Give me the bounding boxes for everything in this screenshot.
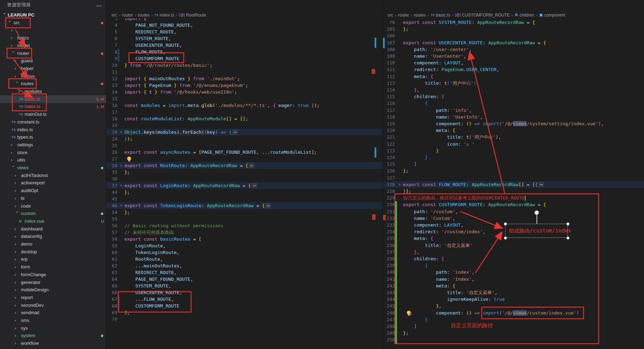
code-line-64[interactable]: 64 PAGE_NOT_FOUND_ROUTE, [106,276,383,283]
code-line-59[interactable]: 59 LoginRoute, [106,242,383,249]
code-line-249[interactable]: 249}; [383,330,644,336]
tree-item-code[interactable]: ›code [0,202,106,210]
tree-item-modules[interactable]: ›modules [0,88,106,95]
code-line-105[interactable]: 105}; [383,26,644,32]
tree-item-auditOpt[interactable]: ›auditOpt [0,187,106,195]
breadcrumb-item[interactable]: index.ts [160,13,174,18]
tree-item-actHiTaskinst[interactable]: ›actHiTaskinst [0,172,106,179]
code-line-119[interactable]: 119 component: () => import('/@/views/sy… [383,120,644,127]
code-line-66[interactable]: 66 USERCENTER_ROUTE, [106,289,383,296]
code-line-126[interactable]: 126}; [383,167,644,174]
code-line-120[interactable]: 120 meta: { [383,127,644,134]
code-line-107[interactable]: 107export const USERCENTER_ROUTE: AppRou… [383,39,644,46]
tree-item-sys[interactable]: ›sys [0,324,106,332]
tree-item-store[interactable]: ›store [0,149,106,157]
tree-item-custom[interactable]: ›custom [0,210,106,217]
code-line-14[interactable]: 14import { t } from '/@/hooks/web/useI18… [106,89,383,95]
code-line-113[interactable]: 113 title: t('用户中心') [383,80,644,87]
code-line-106[interactable]: 106 [383,32,644,39]
code-line-54[interactable]: 54}; [106,209,383,216]
code-line-118[interactable]: 118 name: 'UserInfo', [383,114,644,120]
code-line-57[interactable]: 57// 未经许可的基本路由 [106,229,383,236]
breadcrumb-item[interactable]: router [122,13,133,18]
code-line-109[interactable]: 109 name: 'UserCenter', [383,53,644,59]
code-line-12[interactable]: 12import { mainOutRoutes } from './mainO… [106,75,383,82]
code-line-10[interactable]: 10} from '/@/router/routes/basic'; [106,62,383,69]
tree-item-system[interactable]: ›system [0,332,106,340]
tree-item-menus[interactable]: ›menus [0,72,106,80]
code-line-27[interactable]: 27 [106,156,383,162]
code-line-128[interactable]: 128›export const FLOW_ROUTE: AppRouteRec… [383,181,644,188]
code-line-121[interactable]: 121 title: t('用户中心'), [383,134,644,140]
code-line-239[interactable]: 239 { [383,262,644,269]
tree-item-secondDev[interactable]: ›secondDev [0,302,106,309]
code-line-67[interactable]: 67 ...FLOW_ROUTE, [106,296,383,303]
tree-item-helper[interactable]: ›helper [0,65,106,72]
code-line-237[interactable]: 237 }, [383,249,644,255]
code-line-37[interactable]: 37›export const LoginRoute: AppRouteReco… [106,182,383,189]
resize-handle[interactable] [504,236,507,240]
code-line-250[interactable]: 250 [383,336,644,343]
explorer-more-icon[interactable]: … [96,0,102,9]
code-line-6[interactable]: 6 SYSTEM_ROUTE, [106,35,383,42]
editor-index-ts[interactable]: 3import {4 PAGE_NOT_FOUND_ROUTE,5 REDIRE… [106,0,383,349]
tree-item-basic.ts[interactable]: TSbasic.ts5, M [0,95,106,103]
code-line-15[interactable]: 15 [106,95,383,102]
code-line-123[interactable]: 123 } [383,147,644,154]
tree-item-generator[interactable]: ›generator [0,279,106,286]
code-line-62[interactable]: 62 ...mainOutRoutes, [106,262,383,269]
breadcrumb-item[interactable]: routes [138,13,149,18]
tree-item-src[interactable]: ›src [0,19,106,27]
code-line-20[interactable]: 20›Object.keys(modules).forEach((key) =>… [106,129,383,135]
tree-item-sms[interactable]: ›sms [0,317,106,324]
code-line-108[interactable]: 108 path: '/user-center', [383,46,644,53]
tree-item-bi[interactable]: ›bi [0,195,106,202]
breadcrumb-middle[interactable]: src›router›routes›TSindex.ts›[@]RootRout… [106,12,383,18]
code-line-7[interactable]: 7 USERCENTER_ROUTE, [106,42,383,49]
tree-item-index.ts[interactable]: TSindex.ts1, M [0,103,106,110]
code-line-13[interactable]: 13import { PageEnum } from '/@/enums/pag… [106,82,383,89]
tree-item-formChange[interactable]: ›formChange [0,271,106,279]
tree-item-model[interactable]: ›model [0,42,106,50]
breadcrumb-item[interactable]: routes [414,13,425,18]
code-line-246[interactable]: 246 component: () => import('/@/views/cu… [383,310,644,316]
code-line-127[interactable]: 127 [383,174,644,181]
tree-item-sendmail[interactable]: ›sendmail [0,309,106,317]
code-line-115[interactable]: 115 children: [ [383,93,644,100]
code-line-124[interactable]: 124 } [383,154,644,161]
lightbulb-icon[interactable] [127,157,131,160]
breadcrumb-item[interactable]: basic.ts [436,13,450,18]
tree-item-dashboard[interactable]: ›dashboard [0,225,106,233]
code-line-45[interactable]: 45 [106,196,383,202]
code-line-28[interactable]: 28›export const RootRoute: AppRouteRecor… [106,162,383,169]
tree-item-report[interactable]: ›report [0,294,106,302]
code-line-110[interactable]: 110 component: LAYOUT, [383,59,644,66]
fold-chevron-icon[interactable]: › [120,162,124,169]
code-line-228[interactable]: 228}]; [383,188,644,195]
code-line-248[interactable]: 248 ] [383,323,644,330]
tree-item-types.ts[interactable]: TStypes.ts [0,133,106,141]
code-line-242[interactable]: 242 meta: { [383,283,644,289]
code-line-16[interactable]: 16const modules = import.meta.glob('./mo… [106,102,383,109]
code-line-122[interactable]: 122 icon: '♙ ' [383,141,644,147]
tree-item-workflow[interactable]: ›workflow [0,340,106,347]
code-line-232[interactable]: 232 name: 'Custom', [383,215,644,222]
code-line-69[interactable]: 69]; [106,309,383,316]
code-line-4[interactable]: 4 PAGE_NOT_FOUND_ROUTE, [106,22,383,28]
code-line-61[interactable]: 61 RootRoute, [106,256,383,262]
code-line-36[interactable]: 36 [106,176,383,182]
resize-handle[interactable] [504,222,507,226]
code-line-68[interactable]: 68 CUSTOMFORM_ROUTE [106,303,383,309]
code-line-8[interactable]: 8 FLOW_ROUTE, [106,49,383,55]
tree-item-form[interactable]: ›form [0,263,106,271]
tree-item-desktop[interactable]: ›desktop [0,248,106,256]
code-line-125[interactable]: 125 ] [383,161,644,167]
code-line-244[interactable]: 244 ignoreKeepAlive: true [383,296,644,303]
code-line-238[interactable]: 238 children: [ [383,255,644,262]
code-line-46[interactable]: 46›export const TokenLoginRoute: AppRout… [106,202,383,209]
code-line-241[interactable]: 241 name: 'Index', [383,276,644,283]
tree-item-activereport[interactable]: ›activereport [0,179,106,187]
code-line-11[interactable]: 11 [106,69,383,75]
breadcrumb-right[interactable]: src›router›routes›TSbasic.ts›[@]CUSTOMFO… [383,12,644,18]
workspace-root[interactable]: › LEARUN PC [0,11,106,19]
